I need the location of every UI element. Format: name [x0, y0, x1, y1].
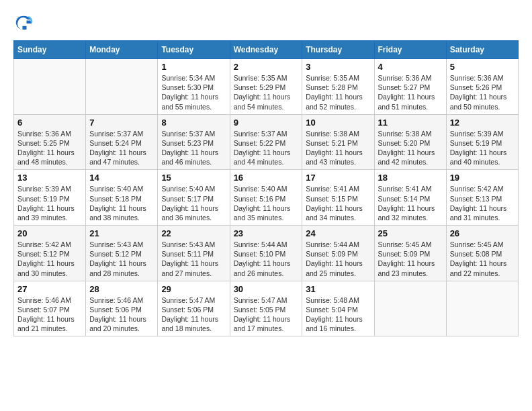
header-cell-friday: Friday	[374, 41, 446, 59]
day-number: 15	[161, 173, 226, 183]
calendar-cell: 30Sunrise: 5:47 AMSunset: 5:05 PMDayligh…	[230, 281, 302, 336]
day-info: Sunrise: 5:36 AMSunset: 5:25 PMDaylight:…	[17, 130, 75, 167]
day-info: Sunrise: 5:37 AMSunset: 5:24 PMDaylight:…	[89, 130, 146, 167]
calendar-cell: 18Sunrise: 5:41 AMSunset: 5:14 PMDayligh…	[374, 170, 446, 226]
calendar-cell: 4Sunrise: 5:36 AMSunset: 5:27 PMDaylight…	[374, 59, 446, 115]
header-cell-thursday: Thursday	[302, 41, 374, 59]
day-info: Sunrise: 5:42 AMSunset: 5:12 PMDaylight:…	[17, 240, 75, 277]
week-row-3: 20Sunrise: 5:42 AMSunset: 5:12 PMDayligh…	[14, 226, 519, 281]
day-info: Sunrise: 5:36 AMSunset: 5:27 PMDaylight:…	[378, 74, 435, 111]
day-info: Sunrise: 5:44 AMSunset: 5:09 PMDaylight:…	[306, 240, 363, 277]
header-cell-wednesday: Wednesday	[230, 41, 302, 59]
calendar-cell: 10Sunrise: 5:38 AMSunset: 5:21 PMDayligh…	[302, 114, 374, 170]
calendar-cell: 6Sunrise: 5:36 AMSunset: 5:25 PMDaylight…	[14, 114, 86, 170]
day-number: 22	[161, 228, 226, 238]
day-number: 14	[89, 173, 154, 183]
day-number: 24	[306, 228, 370, 238]
day-number: 12	[450, 118, 515, 128]
day-number: 19	[450, 173, 515, 183]
day-info: Sunrise: 5:48 AMSunset: 5:04 PMDaylight:…	[306, 296, 363, 333]
calendar-cell: 22Sunrise: 5:43 AMSunset: 5:11 PMDayligh…	[158, 226, 230, 281]
week-row-0: 1Sunrise: 5:34 AMSunset: 5:30 PMDaylight…	[14, 59, 519, 115]
day-number: 17	[306, 173, 370, 183]
day-number: 2	[234, 62, 299, 72]
calendar-cell: 19Sunrise: 5:42 AMSunset: 5:13 PMDayligh…	[446, 170, 518, 226]
calendar-cell: 21Sunrise: 5:43 AMSunset: 5:12 PMDayligh…	[86, 226, 158, 281]
day-info: Sunrise: 5:46 AMSunset: 5:06 PMDaylight:…	[89, 296, 146, 333]
calendar-cell: 23Sunrise: 5:44 AMSunset: 5:10 PMDayligh…	[230, 226, 302, 281]
day-number: 4	[378, 62, 443, 72]
day-number: 31	[306, 284, 370, 294]
day-info: Sunrise: 5:45 AMSunset: 5:09 PMDaylight:…	[378, 240, 435, 277]
day-number: 13	[17, 173, 82, 183]
header-row: SundayMondayTuesdayWednesdayThursdayFrid…	[14, 41, 519, 59]
logo-icon	[13, 13, 34, 34]
calendar-cell: 5Sunrise: 5:36 AMSunset: 5:26 PMDaylight…	[446, 59, 518, 115]
calendar-cell: 16Sunrise: 5:40 AMSunset: 5:16 PMDayligh…	[230, 170, 302, 226]
day-info: Sunrise: 5:38 AMSunset: 5:20 PMDaylight:…	[378, 130, 435, 167]
calendar-cell: 20Sunrise: 5:42 AMSunset: 5:12 PMDayligh…	[14, 226, 86, 281]
calendar-cell: 26Sunrise: 5:45 AMSunset: 5:08 PMDayligh…	[446, 226, 518, 281]
calendar-cell: 14Sunrise: 5:40 AMSunset: 5:18 PMDayligh…	[86, 170, 158, 226]
day-info: Sunrise: 5:38 AMSunset: 5:21 PMDaylight:…	[306, 130, 363, 167]
day-info: Sunrise: 5:44 AMSunset: 5:10 PMDaylight:…	[234, 240, 291, 277]
day-info: Sunrise: 5:39 AMSunset: 5:19 PMDaylight:…	[17, 185, 75, 222]
day-number: 26	[450, 228, 515, 238]
day-info: Sunrise: 5:36 AMSunset: 5:26 PMDaylight:…	[450, 74, 507, 111]
calendar-cell: 28Sunrise: 5:46 AMSunset: 5:06 PMDayligh…	[86, 281, 158, 336]
calendar-cell: 29Sunrise: 5:47 AMSunset: 5:06 PMDayligh…	[158, 281, 230, 336]
week-row-4: 27Sunrise: 5:46 AMSunset: 5:07 PMDayligh…	[14, 281, 519, 336]
day-number: 10	[306, 118, 370, 128]
day-info: Sunrise: 5:47 AMSunset: 5:06 PMDaylight:…	[161, 296, 218, 333]
calendar-cell: 25Sunrise: 5:45 AMSunset: 5:09 PMDayligh…	[374, 226, 446, 281]
day-info: Sunrise: 5:41 AMSunset: 5:15 PMDaylight:…	[306, 185, 363, 222]
calendar-cell	[14, 59, 86, 115]
header-cell-saturday: Saturday	[446, 41, 518, 59]
calendar-cell: 31Sunrise: 5:48 AMSunset: 5:04 PMDayligh…	[302, 281, 374, 336]
day-info: Sunrise: 5:35 AMSunset: 5:29 PMDaylight:…	[234, 74, 291, 111]
calendar-cell: 11Sunrise: 5:38 AMSunset: 5:20 PMDayligh…	[374, 114, 446, 170]
header-cell-monday: Monday	[86, 41, 158, 59]
day-number: 8	[161, 118, 226, 128]
day-number: 29	[161, 284, 226, 294]
calendar-cell: 2Sunrise: 5:35 AMSunset: 5:29 PMDaylight…	[230, 59, 302, 115]
day-number: 11	[378, 118, 443, 128]
calendar-cell: 8Sunrise: 5:37 AMSunset: 5:23 PMDaylight…	[158, 114, 230, 170]
calendar-cell: 27Sunrise: 5:46 AMSunset: 5:07 PMDayligh…	[14, 281, 86, 336]
header-cell-tuesday: Tuesday	[158, 41, 230, 59]
calendar-cell: 3Sunrise: 5:35 AMSunset: 5:28 PMDaylight…	[302, 59, 374, 115]
day-number: 3	[306, 62, 370, 72]
calendar-cell	[86, 59, 158, 115]
logo	[13, 13, 36, 34]
day-info: Sunrise: 5:37 AMSunset: 5:22 PMDaylight:…	[234, 130, 291, 167]
day-info: Sunrise: 5:41 AMSunset: 5:14 PMDaylight:…	[378, 185, 435, 222]
calendar-cell	[446, 281, 518, 336]
day-number: 27	[17, 284, 82, 294]
day-number: 16	[234, 173, 299, 183]
header-cell-sunday: Sunday	[14, 41, 86, 59]
calendar-cell: 1Sunrise: 5:34 AMSunset: 5:30 PMDaylight…	[158, 59, 230, 115]
day-number: 1	[161, 62, 226, 72]
day-number: 21	[89, 228, 154, 238]
calendar-cell: 7Sunrise: 5:37 AMSunset: 5:24 PMDaylight…	[86, 114, 158, 170]
day-number: 6	[17, 118, 82, 128]
day-info: Sunrise: 5:42 AMSunset: 5:13 PMDaylight:…	[450, 185, 507, 222]
calendar-cell: 9Sunrise: 5:37 AMSunset: 5:22 PMDaylight…	[230, 114, 302, 170]
day-info: Sunrise: 5:40 AMSunset: 5:16 PMDaylight:…	[234, 185, 291, 222]
day-info: Sunrise: 5:35 AMSunset: 5:28 PMDaylight:…	[306, 74, 363, 111]
week-row-1: 6Sunrise: 5:36 AMSunset: 5:25 PMDaylight…	[14, 114, 519, 170]
calendar-header: SundayMondayTuesdayWednesdayThursdayFrid…	[14, 41, 519, 59]
day-number: 23	[234, 228, 299, 238]
day-info: Sunrise: 5:45 AMSunset: 5:08 PMDaylight:…	[450, 240, 507, 277]
calendar-cell: 12Sunrise: 5:39 AMSunset: 5:19 PMDayligh…	[446, 114, 518, 170]
day-info: Sunrise: 5:37 AMSunset: 5:23 PMDaylight:…	[161, 130, 218, 167]
day-info: Sunrise: 5:43 AMSunset: 5:12 PMDaylight:…	[89, 240, 146, 277]
day-number: 9	[234, 118, 299, 128]
day-info: Sunrise: 5:43 AMSunset: 5:11 PMDaylight:…	[161, 240, 218, 277]
day-number: 28	[89, 284, 154, 294]
calendar-body: 1Sunrise: 5:34 AMSunset: 5:30 PMDaylight…	[14, 59, 519, 336]
calendar-cell	[374, 281, 446, 336]
day-info: Sunrise: 5:46 AMSunset: 5:07 PMDaylight:…	[17, 296, 75, 333]
day-number: 5	[450, 62, 515, 72]
day-number: 25	[378, 228, 443, 238]
